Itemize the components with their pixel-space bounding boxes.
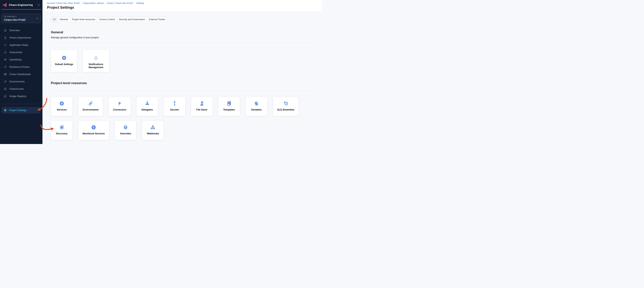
templates-icon [226,101,232,106]
sidebar-item-application-maps[interactable]: Application Maps [0,41,42,49]
breadcrumb-separator-icon: › [81,2,82,4]
variables-icon [254,101,259,106]
resources-section-heading: Project-level resources [51,81,314,85]
page-title: Project Settings [47,6,322,10]
card-discovery[interactable]: Discovery [51,121,72,140]
breadcrumb-item[interactable]: Account: Chaos Dev Team Prod2 [47,2,80,4]
grid-icon[interactable] [37,4,40,6]
sidebar-item-chaoshubs[interactable]: ChaosHubs [0,49,42,56]
card-overrides[interactable]: Overrides [115,121,136,140]
sidebar-divider [2,104,40,104]
webhook-icon [150,124,156,130]
hierarchy-icon [144,101,150,106]
gear-check-icon [91,124,96,130]
hexagons-icon [88,101,93,106]
general-section-description: Manage general configuration of your pro… [51,36,314,39]
tab-external-tickets[interactable]: External Tickets [147,17,167,22]
layers-icon [123,124,128,130]
probe-icon [4,65,7,69]
breadcrumb-item[interactable]: Organization: default [83,2,104,4]
project-selector[interactable]: PROJECT Chaos-Dev-Prod2 [2,14,41,23]
sidebar-item-gamedays[interactable]: GameDays [0,56,42,63]
tab-access-control[interactable]: Access Control [98,17,117,22]
section-divider [51,42,314,43]
sidebar-item-project-settings[interactable]: Project Settings [2,107,41,114]
project-name: Chaos-Dev-Prod2 [4,18,36,21]
sidebar-item-resilience-probes[interactable]: Resilience Probes [0,63,42,70]
flask-icon [4,36,7,39]
key-icon [172,101,177,106]
card-secrets[interactable]: Secrets [164,97,186,116]
tab-security-and-governance[interactable]: Security and Governance [117,17,147,22]
bell-icon [93,55,99,61]
gear-icon [61,55,67,61]
clock-downtime-icon [283,101,288,106]
sidebar: Chaos Engineering PROJECT Chaos-Dev-Prod [0,0,42,144]
hexagons-icon [4,80,7,83]
card-variables[interactable]: Variables [246,97,267,116]
network-icon [4,51,7,54]
lock-icon [4,87,7,90]
card-monitored-services[interactable]: Monitored Services [78,121,109,140]
card-templates[interactable]: Templates [218,97,240,116]
breadcrumb: Account: Chaos Dev Team Prod2 › Organiza… [47,2,322,4]
sidebar-item-image-registry[interactable]: Image Registry [0,92,42,100]
general-section-heading: General [51,30,314,34]
main-content: Account: Chaos Dev Team Prod2 › Organiza… [42,0,322,144]
card-slo-downtime[interactable]: SLO Downtime [273,97,299,116]
target-icon [4,43,7,47]
registry-icon [4,94,7,98]
card-default-settings[interactable]: Default Settings [51,50,77,72]
chevron-right-icon [36,17,38,20]
sidebar-item-environments[interactable]: Environments [0,78,42,85]
dashboard-icon [4,73,7,76]
home-icon [4,29,7,32]
tab-general[interactable]: General [58,17,70,22]
breadcrumb-item[interactable]: Project: Chaos-Dev-Prod2 [107,2,133,4]
resource-cards-row1: Services Environments Connectors Delegat… [51,97,314,116]
breadcrumb-item[interactable]: Settings [136,2,144,4]
page-header: Account: Chaos Dev Team Prod2 › Organiza… [42,0,322,12]
harness-logo-icon [2,3,7,7]
general-cards: Default Settings Notifications Managemen… [51,50,314,72]
gear-icon [59,101,64,106]
breadcrumb-separator-icon: › [105,2,106,4]
resource-cards-row2: Discovery Monitored Services Overrides W… [51,121,314,140]
settings-body: AllGeneralProject-level resourcesAccess … [42,12,322,140]
card-delegates[interactable]: Delegates [136,97,158,116]
settings-tabs: AllGeneralProject-level resourcesAccess … [51,17,167,22]
card-webhooks[interactable]: Webhooks [142,121,164,140]
section-divider [51,91,314,91]
breadcrumb-separator-icon: › [134,2,135,4]
sidebar-item-overview[interactable]: Overview [0,27,42,34]
app-header: Chaos Engineering [0,0,42,10]
fork-arrows-icon [117,101,122,106]
card-connectors[interactable]: Connectors [108,97,131,116]
tab-all[interactable]: All [51,17,58,22]
card-file-store[interactable]: File Store [191,97,213,116]
sidebar-item-chaos-experiments[interactable]: Chaos Experiments [0,34,42,41]
cube-icon [4,15,6,18]
card-notifications-management[interactable]: Notifications Management [83,50,109,72]
gear-icon [4,109,7,112]
sidebar-item-chaos-dashboards[interactable]: Chaos Dashboards [0,70,42,78]
file-store-icon [199,101,204,106]
discovery-icon [59,124,64,130]
sidebar-item-chaosguard[interactable]: ChaosGuard [0,85,42,92]
card-services[interactable]: Services [51,97,72,116]
card-environments[interactable]: Environments [78,97,103,116]
sidebar-nav: Overview Chaos Experiments Application M… [0,27,42,100]
tab-project-level-resources[interactable]: Project-level resources [70,17,98,22]
people-icon [4,58,7,61]
app-title: Chaos Engineering [9,4,36,6]
project-label: PROJECT [7,16,17,18]
